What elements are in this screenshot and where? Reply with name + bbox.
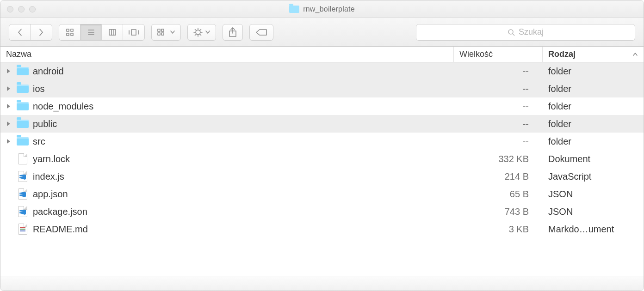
svg-rect-7 [109, 30, 116, 35]
zoom-window-button[interactable] [29, 6, 36, 12]
arrange-button[interactable] [151, 24, 181, 41]
file-row[interactable]: node_modules--folder [0, 97, 644, 115]
tags-button[interactable] [249, 24, 273, 41]
folder-icon [289, 6, 299, 13]
svg-rect-15 [158, 33, 160, 35]
file-name: package.json [33, 206, 454, 217]
code-file-icon [16, 188, 29, 200]
svg-line-23 [200, 34, 201, 35]
file-row[interactable]: src--folder [0, 133, 644, 150]
code-file-icon [16, 171, 29, 182]
column-headers: Nazwa Wielkość Rodzaj [0, 47, 644, 62]
file-kind: folder [543, 136, 644, 147]
file-row[interactable]: app.json65 BJSON [0, 185, 644, 203]
column-header-size[interactable]: Wielkość [454, 47, 543, 62]
status-bar [0, 277, 644, 291]
file-kind: folder [543, 101, 644, 112]
chevron-up-icon [632, 49, 638, 59]
svg-marker-33 [7, 121, 10, 126]
file-size: -- [454, 101, 543, 112]
folder-icon [16, 101, 29, 112]
search-field[interactable]: Szukaj [416, 24, 635, 41]
disclosure-triangle[interactable] [0, 103, 16, 109]
gallery-view-button[interactable] [123, 24, 144, 40]
column-header-kind[interactable]: Rodzaj [543, 47, 644, 62]
file-kind: folder [543, 119, 644, 129]
minimize-window-button[interactable] [18, 6, 25, 12]
svg-marker-34 [7, 139, 10, 144]
file-row[interactable]: index.js214 BJavaScript [0, 168, 644, 185]
svg-rect-16 [161, 33, 164, 35]
nav-back-forward [9, 24, 52, 41]
file-kind: folder [543, 84, 644, 94]
window-title: rnw_boilerplate [303, 5, 355, 13]
file-name: README.md [33, 224, 454, 235]
icon-view-button[interactable] [59, 24, 80, 40]
file-size: 332 KB [454, 154, 543, 164]
file-name: src [33, 136, 454, 147]
action-button[interactable] [187, 24, 216, 41]
file-size: -- [454, 119, 543, 129]
file-size: -- [454, 66, 543, 77]
svg-marker-30 [7, 69, 10, 73]
svg-rect-2 [67, 33, 69, 36]
file-kind: JSON [543, 189, 644, 200]
document-icon [16, 153, 29, 164]
window-controls [7, 6, 36, 12]
forward-button[interactable] [31, 24, 52, 40]
folder-icon [16, 83, 29, 94]
svg-rect-0 [67, 29, 69, 31]
back-button[interactable] [9, 24, 31, 40]
file-name: app.json [33, 189, 454, 200]
file-name: ios [33, 84, 454, 94]
file-size: 3 KB [454, 224, 543, 235]
svg-line-29 [513, 34, 514, 36]
file-kind: JavaScript [543, 171, 644, 182]
folder-icon [16, 136, 29, 147]
file-name: android [33, 66, 454, 77]
svg-point-28 [508, 30, 513, 34]
svg-line-25 [200, 29, 201, 30]
file-kind: Markdo…ument [543, 224, 644, 235]
file-size: 743 B [454, 206, 543, 217]
file-size: -- [454, 136, 543, 147]
file-list[interactable]: android--folderios--foldernode_modules--… [0, 62, 644, 277]
disclosure-triangle[interactable] [0, 86, 16, 91]
file-name: node_modules [33, 101, 454, 112]
svg-line-24 [195, 34, 196, 35]
column-view-button[interactable] [102, 24, 123, 40]
markdown-file-icon [16, 224, 29, 235]
column-header-name[interactable]: Nazwa [0, 47, 454, 62]
svg-rect-13 [158, 29, 160, 31]
disclosure-triangle[interactable] [0, 121, 16, 127]
folder-icon [16, 118, 29, 129]
file-row[interactable]: package.json743 BJSON [0, 203, 644, 220]
disclosure-triangle[interactable] [0, 68, 16, 74]
titlebar: rnw_boilerplate [0, 0, 644, 18]
file-size: -- [454, 84, 543, 94]
file-row[interactable]: yarn.lock332 KBDokument [0, 150, 644, 168]
file-name: index.js [33, 171, 454, 182]
toolbar: Szukaj [0, 18, 644, 47]
file-row[interactable]: README.md3 KBMarkdo…ument [0, 220, 644, 238]
share-button[interactable] [223, 24, 243, 41]
close-window-button[interactable] [7, 6, 13, 12]
svg-point-17 [196, 30, 200, 35]
finder-window: rnw_boilerplate [0, 0, 644, 291]
file-name: public [33, 119, 454, 129]
file-kind: JSON [543, 206, 644, 217]
file-row[interactable]: ios--folder [0, 80, 644, 97]
svg-marker-32 [7, 104, 10, 109]
svg-line-22 [195, 29, 196, 30]
view-mode-segmented [59, 24, 145, 41]
svg-rect-14 [161, 29, 164, 31]
folder-icon [16, 66, 29, 77]
file-size: 65 B [454, 189, 543, 200]
file-row[interactable]: public--folder [0, 115, 644, 133]
disclosure-triangle[interactable] [0, 139, 16, 144]
svg-marker-31 [7, 86, 10, 91]
svg-rect-1 [71, 29, 73, 31]
list-view-button[interactable] [80, 24, 102, 40]
search-placeholder: Szukaj [519, 27, 544, 37]
file-row[interactable]: android--folder [0, 62, 644, 80]
